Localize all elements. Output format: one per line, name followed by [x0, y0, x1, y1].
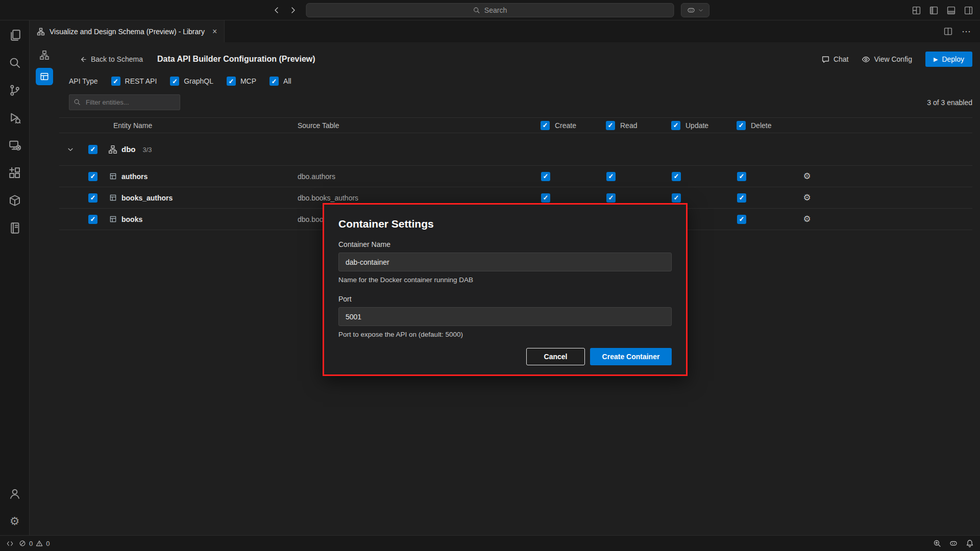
port-help: Port to expose the API on (default: 5000…	[338, 331, 672, 338]
mcp-checkbox-option[interactable]: MCP	[227, 77, 256, 86]
row-checkbox[interactable]	[88, 172, 97, 181]
chevron-down-icon	[698, 8, 703, 13]
rest-api-checkbox[interactable]	[111, 77, 120, 86]
table-row[interactable]: authors dbo.authors ⚙	[59, 166, 972, 187]
errors-count: 0	[29, 540, 33, 547]
copilot-dropdown-button[interactable]	[681, 3, 709, 17]
notebook-icon[interactable]	[6, 219, 23, 237]
create-checkbox[interactable]	[541, 193, 550, 203]
search-sidebar-icon[interactable]	[6, 54, 23, 71]
create-container-button[interactable]: Create Container	[590, 348, 672, 365]
port-input[interactable]	[338, 307, 672, 326]
toggle-panel-icon[interactable]	[947, 6, 955, 15]
customize-layout-icon[interactable]	[912, 6, 921, 15]
read-all-checkbox[interactable]	[606, 121, 615, 130]
group-count: 3/3	[143, 146, 152, 154]
view-config-label: View Config	[874, 55, 912, 63]
chat-label: Chat	[834, 55, 849, 63]
row-settings-icon[interactable]: ⚙	[774, 192, 840, 203]
schema-view-icon[interactable]	[36, 46, 53, 64]
update-checkbox[interactable]	[672, 193, 681, 203]
row-settings-icon[interactable]: ⚙	[774, 214, 840, 224]
forward-icon[interactable]	[289, 6, 297, 14]
schema-icon	[104, 145, 121, 154]
settings-gear-icon[interactable]: ⚙	[6, 513, 23, 530]
vscode-window: Search	[0, 0, 980, 551]
container-name-input[interactable]	[338, 253, 672, 271]
toggle-primary-sidebar-icon[interactable]	[929, 6, 938, 15]
explorer-icon[interactable]	[6, 27, 23, 44]
group-checkbox[interactable]	[88, 145, 97, 154]
col-create: Create	[555, 121, 576, 130]
tab-visualize-schema[interactable]: Visualize and Design Schema (Preview) - …	[30, 20, 225, 42]
entity-name: authors	[121, 172, 298, 181]
schema-group-row[interactable]: dbo 3/3	[59, 133, 972, 166]
extensions-icon[interactable]	[6, 164, 23, 182]
read-checkbox[interactable]	[606, 172, 616, 181]
delete-checkbox[interactable]	[737, 172, 746, 181]
remote-indicator-icon[interactable]	[6, 540, 14, 547]
notifications-bell-icon[interactable]	[966, 539, 974, 547]
play-icon: ▶	[934, 57, 938, 62]
col-read: Read	[620, 121, 637, 130]
view-config-button[interactable]: View Config	[862, 55, 912, 64]
account-icon[interactable]	[6, 485, 23, 503]
table-header-row: Entity Name Source Table Create Read Upd…	[59, 117, 972, 133]
delete-all-checkbox[interactable]	[737, 121, 746, 130]
delete-checkbox[interactable]	[737, 193, 746, 203]
read-checkbox[interactable]	[606, 193, 616, 203]
col-entity-name: Entity Name	[59, 121, 298, 130]
row-checkbox[interactable]	[88, 193, 97, 203]
warnings-icon	[36, 540, 43, 547]
toggle-secondary-sidebar-icon[interactable]	[964, 6, 973, 15]
all-label: All	[283, 77, 291, 85]
rest-api-checkbox-option[interactable]: REST API	[111, 77, 157, 86]
database-projects-icon[interactable]	[6, 192, 23, 209]
back-to-schema-link[interactable]: Back to Schema	[79, 55, 143, 63]
table-icon	[104, 215, 121, 223]
filter-entities-input[interactable]	[69, 94, 180, 110]
run-debug-icon[interactable]	[6, 109, 23, 127]
title-bar: Search	[0, 0, 980, 20]
mcp-label: MCP	[240, 77, 256, 85]
all-checkbox[interactable]	[270, 77, 279, 86]
deploy-button[interactable]: ▶ Deploy	[925, 52, 972, 67]
dialog-title: Container Settings	[338, 218, 672, 230]
split-editor-icon[interactable]	[944, 27, 952, 36]
rest-api-label: REST API	[125, 77, 157, 85]
collapse-chevron-icon[interactable]	[59, 146, 82, 153]
graphql-checkbox-option[interactable]: GraphQL	[170, 77, 213, 86]
group-name: dbo	[121, 145, 136, 154]
search-icon	[473, 7, 480, 14]
dab-config-view-icon[interactable]	[36, 68, 53, 85]
zoom-icon[interactable]	[933, 539, 941, 547]
copilot-status-icon[interactable]	[949, 539, 958, 547]
row-settings-icon[interactable]: ⚙	[774, 171, 840, 182]
problems-indicator[interactable]: 0 0	[19, 540, 50, 547]
back-icon[interactable]	[273, 6, 281, 14]
container-name-label: Container Name	[338, 240, 672, 248]
create-checkbox[interactable]	[541, 172, 550, 181]
source-table: dbo.authors	[298, 172, 513, 181]
more-actions-icon[interactable]: ⋯	[962, 27, 971, 36]
update-all-checkbox[interactable]	[671, 121, 680, 130]
cancel-button[interactable]: Cancel	[526, 348, 585, 365]
api-type-label: API Type	[69, 77, 98, 85]
col-update: Update	[685, 121, 708, 130]
entity-name: books_authors	[121, 194, 298, 202]
activity-bar: ⚙	[0, 20, 30, 535]
graphql-checkbox[interactable]	[170, 77, 179, 86]
col-source-table: Source Table	[298, 121, 513, 130]
mcp-checkbox[interactable]	[227, 77, 236, 86]
chat-button[interactable]: Chat	[821, 55, 849, 64]
create-all-checkbox[interactable]	[541, 121, 550, 130]
search-command-center[interactable]: Search	[306, 3, 674, 17]
all-checkbox-option[interactable]: All	[270, 77, 291, 86]
close-icon[interactable]: ×	[212, 27, 217, 36]
remote-explorer-icon[interactable]	[6, 137, 23, 154]
designer-rail	[30, 42, 59, 535]
update-checkbox[interactable]	[672, 172, 681, 181]
source-control-icon[interactable]	[6, 82, 23, 99]
delete-checkbox[interactable]	[737, 215, 746, 224]
row-checkbox[interactable]	[88, 215, 97, 224]
